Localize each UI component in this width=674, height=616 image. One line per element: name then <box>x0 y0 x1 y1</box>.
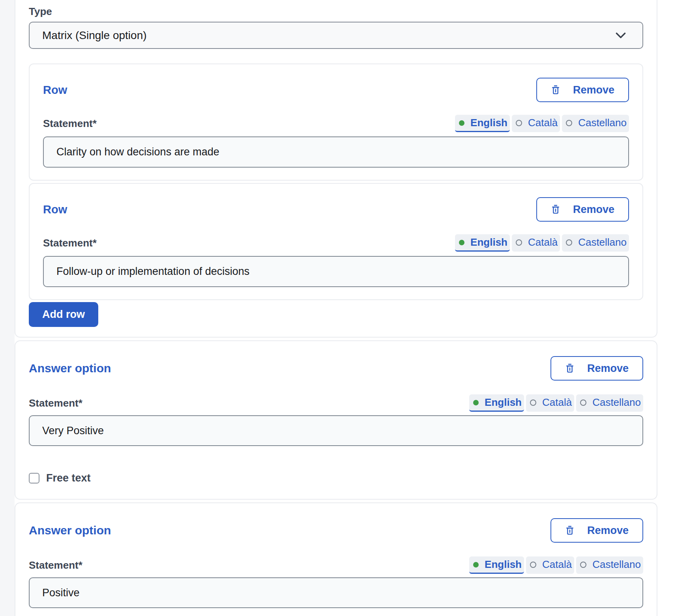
free-text-row: Free text <box>29 472 643 484</box>
radio-circle-icon <box>580 562 586 568</box>
statement-row: Statement* English Català Castellano <box>29 394 643 412</box>
radio-circle-icon <box>516 120 522 126</box>
language-tab-label: Català <box>542 396 572 409</box>
trash-icon <box>551 85 560 95</box>
selected-language-dot-icon <box>473 562 479 567</box>
language-tab-label: English <box>485 558 522 571</box>
radio-circle-icon <box>530 399 536 406</box>
language-switcher: English Català Castellano <box>469 394 643 412</box>
language-tab-label: English <box>485 396 522 409</box>
add-row-button[interactable]: Add row <box>29 302 98 327</box>
answer-option-heading: Answer option <box>29 362 111 375</box>
radio-circle-icon <box>566 120 572 126</box>
answer-statement-input[interactable] <box>29 577 643 608</box>
free-text-label: Free text <box>46 472 91 484</box>
remove-row-button[interactable]: Remove <box>536 78 629 102</box>
language-switcher: English Català Castellano <box>469 556 643 574</box>
question-editor-panel: Type Matrix (Single option) Row <box>15 0 657 616</box>
language-switcher: English Català Castellano <box>455 115 629 132</box>
row-statement-input[interactable] <box>43 256 629 287</box>
selected-language-dot-icon <box>473 400 479 405</box>
language-tab-catala[interactable]: Català <box>512 115 560 132</box>
answer-option-heading: Answer option <box>29 524 111 537</box>
row-card: Row Remove Statement* <box>29 183 643 300</box>
language-tab-catala[interactable]: Català <box>526 394 574 412</box>
question-settings-card: Type Matrix (Single option) Row <box>15 0 657 338</box>
chevron-down-icon <box>616 32 626 39</box>
language-tab-label: Castellano <box>578 236 627 248</box>
language-tab-label: English <box>470 117 507 129</box>
selected-language-dot-icon <box>459 240 464 245</box>
row-heading: Row <box>43 203 67 216</box>
question-type-select[interactable]: Matrix (Single option) <box>29 22 643 49</box>
trash-icon <box>565 363 575 374</box>
statement-label: Statement* <box>29 559 82 571</box>
free-text-checkbox[interactable] <box>29 473 39 483</box>
type-label: Type <box>29 6 643 17</box>
language-tab-castellano[interactable]: Castellano <box>576 556 643 574</box>
statement-row: Statement* English Català Castellano <box>43 234 629 252</box>
trash-icon <box>551 204 560 215</box>
left-gutter <box>0 0 15 616</box>
language-tab-castellano[interactable]: Castellano <box>562 234 629 252</box>
row-card-header: Row Remove <box>43 78 629 102</box>
statement-label: Statement* <box>43 237 97 249</box>
statement-label: Statement* <box>29 397 82 409</box>
answer-option-card: Answer option Remove Statement* English <box>15 340 657 500</box>
remove-button-label: Remove <box>573 203 614 216</box>
radio-circle-icon <box>566 239 572 246</box>
language-switcher: English Català Castellano <box>455 234 629 252</box>
statement-label: Statement* <box>43 118 97 129</box>
answer-option-card: Answer option Remove Statement* English <box>15 502 657 616</box>
language-tab-label: Català <box>528 236 558 248</box>
question-type-value: Matrix (Single option) <box>42 29 147 42</box>
remove-button-label: Remove <box>587 525 629 537</box>
language-tab-english[interactable]: English <box>455 115 510 132</box>
language-tab-english[interactable]: English <box>455 234 510 252</box>
language-tab-castellano[interactable]: Castellano <box>576 394 643 412</box>
language-tab-label: Català <box>528 117 558 129</box>
remove-row-button[interactable]: Remove <box>536 197 629 222</box>
remove-button-label: Remove <box>587 362 629 375</box>
radio-circle-icon <box>580 399 586 406</box>
remove-answer-option-button[interactable]: Remove <box>550 356 643 381</box>
language-tab-label: Castellano <box>592 396 641 409</box>
row-card: Row Remove Statement* <box>29 63 643 181</box>
radio-circle-icon <box>516 239 522 246</box>
language-tab-english[interactable]: English <box>469 394 524 412</box>
radio-circle-icon <box>530 562 536 568</box>
answer-statement-input[interactable] <box>29 415 643 446</box>
language-tab-label: Català <box>542 558 572 571</box>
language-tab-catala[interactable]: Català <box>526 556 574 574</box>
language-tab-label: English <box>470 236 507 248</box>
answer-card-header: Answer option Remove <box>29 518 643 543</box>
language-tab-label: Castellano <box>578 117 627 129</box>
statement-row: Statement* English Català Castellano <box>29 556 643 574</box>
row-statement-input[interactable] <box>43 136 629 168</box>
row-card-header: Row Remove <box>43 197 629 222</box>
answer-card-header: Answer option Remove <box>29 356 643 381</box>
remove-button-label: Remove <box>573 84 614 96</box>
selected-language-dot-icon <box>459 120 464 126</box>
language-tab-english[interactable]: English <box>469 556 524 574</box>
remove-answer-option-button[interactable]: Remove <box>550 518 643 543</box>
language-tab-catala[interactable]: Català <box>512 234 560 252</box>
statement-row: Statement* English Català Castellano <box>43 115 629 132</box>
row-heading: Row <box>43 84 67 97</box>
language-tab-castellano[interactable]: Castellano <box>562 115 629 132</box>
language-tab-label: Castellano <box>592 558 641 571</box>
trash-icon <box>565 525 575 536</box>
